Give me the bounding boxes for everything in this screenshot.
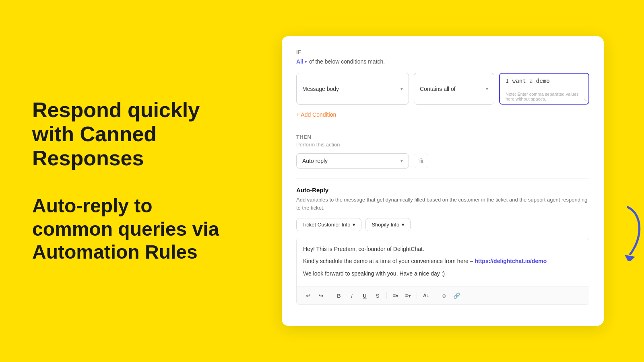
message-body-select[interactable]: Message body ▾ xyxy=(296,73,409,105)
all-label: All xyxy=(296,58,303,65)
condition-header: All ▾ of the below conditions match. xyxy=(296,58,589,65)
trash-icon: 🗑 xyxy=(418,157,424,165)
redo-button[interactable]: ↪ xyxy=(315,290,326,301)
message-body-area[interactable]: Hey! This is Preetam, co-founder of Deli… xyxy=(297,238,589,286)
contains-chevron-icon: ▾ xyxy=(486,86,488,92)
resize-handle-icon: ↘ xyxy=(584,98,587,102)
then-section: THEN Perform this action Auto reply ▾ 🗑 … xyxy=(296,134,589,305)
auto-reply-chevron-icon: ▾ xyxy=(400,158,403,164)
shopify-info-chevron-icon: ▾ xyxy=(402,222,405,228)
value-input-note: Note: Enter comma separated values here … xyxy=(500,90,588,104)
perform-label: Perform this action xyxy=(296,142,589,148)
ordered-list-button[interactable]: ≡▾ xyxy=(390,291,401,300)
unordered-list-button[interactable]: ≡▾ xyxy=(402,291,413,300)
auto-reply-desc: Add variables to the message that get dy… xyxy=(296,196,589,212)
message-toolbar: ↩ ↪ B I U S ≡▾ ≡▾ A↕ ☺ 🔗 xyxy=(297,286,589,304)
link-button[interactable]: 🔗 xyxy=(451,291,462,300)
message-editor: Hey! This is Preetam, co-founder of Deli… xyxy=(296,238,589,305)
all-chevron-icon: ▾ xyxy=(305,60,307,64)
message-line-2-text: Kindly schedule the demo at a time of yo… xyxy=(303,258,473,264)
toolbar-divider-3 xyxy=(417,292,417,299)
svg-marker-0 xyxy=(623,255,635,264)
toolbar-divider-2 xyxy=(386,292,387,299)
ticket-customer-chevron-icon: ▾ xyxy=(353,222,355,228)
font-size-button[interactable]: A↕ xyxy=(420,290,431,301)
auto-reply-section: Auto-Reply Add variables to the message … xyxy=(296,178,589,305)
strikethrough-button[interactable]: S xyxy=(372,290,383,301)
add-condition-button[interactable]: + Add Condition xyxy=(296,111,336,118)
then-label: THEN xyxy=(296,134,589,140)
value-input-wrapper: I want a demo Note: Enter comma separate… xyxy=(499,73,589,105)
shopify-info-label: Shopify Info xyxy=(372,222,399,228)
message-line-1: Hey! This is Preetam, co-founder of Deli… xyxy=(303,245,582,253)
right-panel: IF All ▾ of the below conditions match. … xyxy=(250,28,644,334)
bold-button[interactable]: B xyxy=(333,290,345,301)
underline-button[interactable]: U xyxy=(359,290,370,301)
contains-select[interactable]: Contains all of ▾ xyxy=(414,73,494,105)
shopify-info-button[interactable]: Shopify Info ▾ xyxy=(365,218,411,231)
variable-buttons: Ticket Customer Info ▾ Shopify Info ▾ xyxy=(296,218,589,231)
condition-row: Message body ▾ Contains all of ▾ I want … xyxy=(296,73,589,105)
italic-button[interactable]: I xyxy=(346,290,357,301)
if-label: IF xyxy=(296,49,589,55)
left-panel: Respond quickly with Canned Responses Au… xyxy=(0,74,250,288)
message-line-2: Kindly schedule the demo at a time of yo… xyxy=(303,257,582,265)
contains-label: Contains all of xyxy=(420,86,456,92)
ticket-customer-label: Ticket Customer Info xyxy=(302,222,350,228)
message-line-3: We look forward to speaking with you. Ha… xyxy=(303,269,582,278)
value-input[interactable]: I want a demo xyxy=(500,74,588,88)
headline: Respond quickly with Canned Responses xyxy=(32,98,225,170)
automation-card: IF All ▾ of the below conditions match. … xyxy=(282,36,604,326)
action-row: Auto reply ▾ 🗑 xyxy=(296,153,589,169)
undo-button[interactable]: ↩ xyxy=(302,290,314,301)
all-dropdown[interactable]: All ▾ xyxy=(296,58,307,65)
message-link[interactable]: https://delightchat.io/demo xyxy=(475,258,547,264)
blue-arrow-icon xyxy=(611,202,644,264)
emoji-button[interactable]: ☺ xyxy=(438,291,449,300)
message-body-chevron-icon: ▾ xyxy=(400,86,403,92)
delete-action-button[interactable]: 🗑 xyxy=(414,154,428,168)
toolbar-divider-1 xyxy=(330,292,330,299)
ticket-customer-button[interactable]: Ticket Customer Info ▾ xyxy=(296,218,361,231)
condition-text: of the below conditions match. xyxy=(309,58,385,65)
message-body-label: Message body xyxy=(302,86,339,92)
auto-reply-label: Auto reply xyxy=(302,158,328,164)
auto-reply-select[interactable]: Auto reply ▾ xyxy=(296,153,409,169)
subheadline: Auto-reply to common queries via Automat… xyxy=(32,194,225,264)
auto-reply-title: Auto-Reply xyxy=(296,187,589,193)
toolbar-divider-4 xyxy=(435,292,435,299)
